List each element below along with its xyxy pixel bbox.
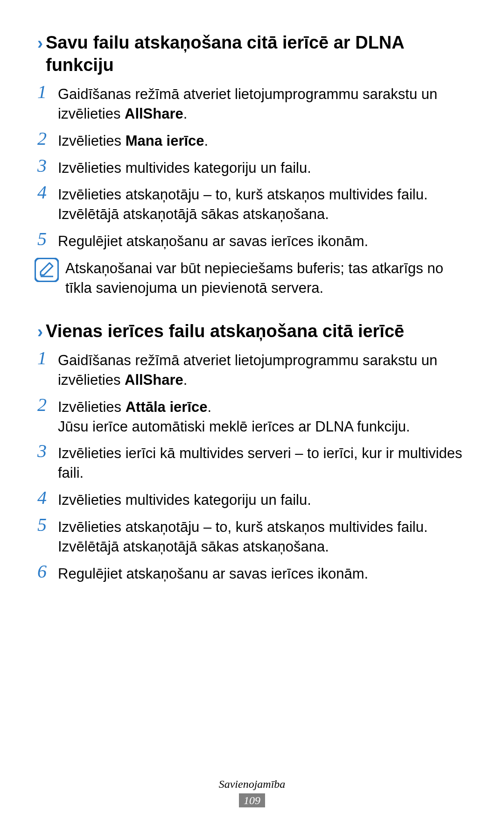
section-heading-1: › Savu failu atskaņošana citā ierīcē ar … [37, 32, 467, 76]
step-number: 1 [37, 83, 58, 101]
step-2-6: 6 Regulējiet atskaņošanu ar savas ierīce… [37, 563, 467, 584]
step-number: 4 [37, 488, 58, 507]
step-2-2: 2 Izvēlieties Attāla ierīce. Jūsu ierīce… [37, 396, 467, 437]
step-body: Izvēlieties ierīci kā multivides serveri… [58, 443, 467, 483]
note-row: Atskaņošanai var būt nepieciešams buferi… [37, 258, 467, 298]
step-2-3: 3 Izvēlieties ierīci kā multivides serve… [37, 443, 467, 483]
step-1-1: 1 Gaidīšanas režīmā atveriet lietojumpro… [37, 84, 467, 124]
step-1-4: 4 Izvēlieties atskaņotāju – to, kurš ats… [37, 184, 467, 224]
note-icon [35, 258, 59, 282]
step-number: 3 [37, 156, 58, 175]
chevron-right-icon: › [37, 321, 43, 342]
step-body: Izvēlieties Attāla ierīce. Jūsu ierīce a… [58, 396, 467, 437]
step-number: 3 [37, 442, 58, 460]
step-1-5: 5 Regulējiet atskaņošanu ar savas ierīce… [37, 231, 467, 251]
step-body: Regulējiet atskaņošanu ar savas ierīces … [58, 563, 467, 584]
step-2-4: 4 Izvēlieties multivides kategoriju un f… [37, 489, 467, 510]
step-body: Izvēlieties atskaņotāju – to, kurš atska… [58, 184, 467, 224]
step-1-3: 3 Izvēlieties multivides kategoriju un f… [37, 157, 467, 178]
step-1-2: 2 Izvēlieties Mana ierīce. [37, 130, 467, 151]
page-footer: Savienojamība 109 [0, 778, 504, 807]
section-heading-2: › Vienas ierīces failu atskaņošana citā … [37, 320, 467, 343]
page-number: 109 [239, 793, 265, 807]
step-body: Izvēlieties atskaņotāju – to, kurš atska… [58, 516, 467, 557]
footer-section-label: Savienojamība [0, 778, 504, 791]
step-body: Regulējiet atskaņošanu ar savas ierīces … [58, 231, 467, 251]
step-2-1: 1 Gaidīšanas režīmā atveriet lietojumpro… [37, 350, 467, 390]
step-body: Izvēlieties Mana ierīce. [58, 130, 467, 151]
step-body: Gaidīšanas režīmā atveriet lietojumprogr… [58, 84, 467, 124]
step-number: 5 [37, 516, 58, 534]
step-number: 2 [37, 129, 58, 148]
step-number: 2 [37, 396, 58, 414]
step-2-5: 5 Izvēlieties atskaņotāju – to, kurš ats… [37, 516, 467, 557]
heading-text-1: Savu failu atskaņošana citā ierīcē ar DL… [46, 32, 467, 76]
step-number: 6 [37, 562, 58, 581]
step-number: 5 [37, 230, 58, 248]
step-body: Izvēlieties multivides kategoriju un fai… [58, 489, 467, 510]
step-number: 4 [37, 183, 58, 202]
chevron-right-icon: › [37, 33, 43, 54]
step-number: 1 [37, 349, 58, 368]
svg-rect-0 [35, 258, 58, 282]
step-body: Gaidīšanas režīmā atveriet lietojumprogr… [58, 350, 467, 390]
step-body: Izvēlieties multivides kategoriju un fai… [58, 157, 467, 178]
heading-text-2: Vienas ierīces failu atskaņošana citā ie… [46, 320, 467, 343]
note-text: Atskaņošanai var būt nepieciešams buferi… [65, 258, 467, 298]
